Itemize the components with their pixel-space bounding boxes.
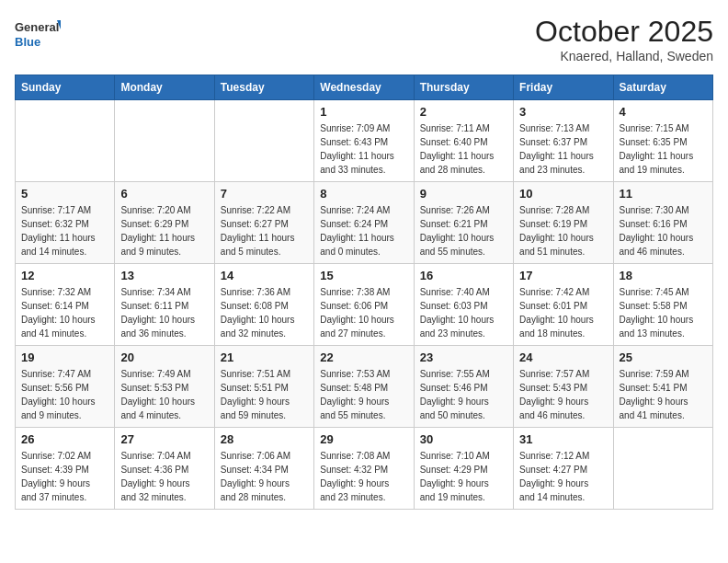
- day-cell: 30Sunrise: 7:10 AM Sunset: 4:29 PM Dayli…: [414, 428, 513, 510]
- calendar-header-row: SundayMondayTuesdayWednesdayThursdayFrid…: [16, 75, 713, 100]
- day-number: 15: [320, 269, 407, 282]
- day-number: 10: [519, 187, 607, 201]
- day-number: 31: [519, 432, 607, 446]
- day-number: 11: [620, 187, 707, 201]
- day-cell: 10Sunrise: 7:28 AM Sunset: 6:19 PM Dayli…: [514, 182, 613, 264]
- day-info: Sunrise: 7:40 AM Sunset: 6:03 PM Dayligh…: [420, 285, 507, 340]
- day-number: 14: [221, 269, 308, 282]
- day-info: Sunrise: 7:42 AM Sunset: 6:01 PM Dayligh…: [519, 285, 607, 340]
- day-cell: 8Sunrise: 7:24 AM Sunset: 6:24 PM Daylig…: [314, 182, 414, 264]
- day-cell: 3Sunrise: 7:13 AM Sunset: 6:37 PM Daylig…: [514, 100, 613, 182]
- day-number: 27: [120, 432, 208, 446]
- day-info: Sunrise: 7:24 AM Sunset: 6:24 PM Dayligh…: [320, 203, 407, 259]
- day-info: Sunrise: 7:34 AM Sunset: 6:11 PM Dayligh…: [120, 285, 208, 340]
- day-cell: 22Sunrise: 7:53 AM Sunset: 5:48 PM Dayli…: [314, 346, 414, 428]
- day-cell: 18Sunrise: 7:45 AM Sunset: 5:58 PM Dayli…: [613, 264, 712, 346]
- day-info: Sunrise: 7:36 AM Sunset: 6:08 PM Dayligh…: [221, 285, 308, 340]
- day-info: Sunrise: 7:13 AM Sunset: 6:37 PM Dayligh…: [519, 121, 607, 177]
- svg-text:Blue: Blue: [15, 35, 40, 49]
- day-info: Sunrise: 7:38 AM Sunset: 6:06 PM Dayligh…: [320, 285, 407, 340]
- day-number: 21: [221, 350, 308, 364]
- calendar-table: SundayMondayTuesdayWednesdayThursdayFrid…: [15, 75, 713, 510]
- day-cell: 5Sunrise: 7:17 AM Sunset: 6:32 PM Daylig…: [16, 182, 115, 264]
- day-number: 29: [320, 432, 407, 446]
- day-cell: 2Sunrise: 7:11 AM Sunset: 6:40 PM Daylig…: [414, 100, 513, 182]
- day-info: Sunrise: 7:45 AM Sunset: 5:58 PM Dayligh…: [620, 285, 707, 340]
- location: Knaered, Halland, Sweden: [535, 49, 713, 63]
- day-cell: [613, 428, 712, 510]
- day-cell: 12Sunrise: 7:32 AM Sunset: 6:14 PM Dayli…: [16, 264, 115, 346]
- day-cell: 1Sunrise: 7:09 AM Sunset: 6:43 PM Daylig…: [314, 100, 414, 182]
- day-info: Sunrise: 7:32 AM Sunset: 6:14 PM Dayligh…: [21, 285, 108, 340]
- week-row-3: 12Sunrise: 7:32 AM Sunset: 6:14 PM Dayli…: [16, 264, 713, 346]
- week-row-2: 5Sunrise: 7:17 AM Sunset: 6:32 PM Daylig…: [16, 182, 713, 264]
- day-cell: 26Sunrise: 7:02 AM Sunset: 4:39 PM Dayli…: [16, 428, 115, 510]
- day-info: Sunrise: 7:51 AM Sunset: 5:51 PM Dayligh…: [221, 367, 308, 422]
- day-cell: 24Sunrise: 7:57 AM Sunset: 5:43 PM Dayli…: [514, 346, 613, 428]
- day-number: 30: [420, 432, 507, 446]
- day-cell: 13Sunrise: 7:34 AM Sunset: 6:11 PM Dayli…: [115, 264, 214, 346]
- day-cell: 28Sunrise: 7:06 AM Sunset: 4:34 PM Dayli…: [214, 428, 313, 510]
- header-wednesday: Wednesday: [314, 75, 414, 100]
- day-info: Sunrise: 7:57 AM Sunset: 5:43 PM Dayligh…: [519, 367, 607, 422]
- day-info: Sunrise: 7:28 AM Sunset: 6:19 PM Dayligh…: [519, 203, 607, 259]
- header: General Blue October 2025 Knaered, Halla…: [15, 15, 713, 63]
- day-cell: [214, 100, 313, 182]
- day-info: Sunrise: 7:20 AM Sunset: 6:29 PM Dayligh…: [120, 203, 208, 259]
- day-number: 8: [320, 187, 407, 201]
- header-sunday: Sunday: [16, 75, 115, 100]
- day-number: 24: [519, 350, 607, 364]
- day-cell: 14Sunrise: 7:36 AM Sunset: 6:08 PM Dayli…: [214, 264, 313, 346]
- day-number: 20: [120, 350, 208, 364]
- logo-svg: General Blue: [15, 15, 61, 52]
- day-number: 2: [420, 105, 507, 119]
- svg-text:General: General: [15, 20, 59, 34]
- header-monday: Monday: [115, 75, 214, 100]
- day-info: Sunrise: 7:55 AM Sunset: 5:46 PM Dayligh…: [420, 367, 507, 422]
- day-info: Sunrise: 7:47 AM Sunset: 5:56 PM Dayligh…: [21, 367, 108, 422]
- day-number: 16: [420, 269, 507, 282]
- day-number: 17: [519, 269, 607, 282]
- day-number: 9: [420, 187, 507, 201]
- day-cell: 17Sunrise: 7:42 AM Sunset: 6:01 PM Dayli…: [514, 264, 613, 346]
- day-cell: 25Sunrise: 7:59 AM Sunset: 5:41 PM Dayli…: [613, 346, 712, 428]
- day-info: Sunrise: 7:59 AM Sunset: 5:41 PM Dayligh…: [620, 367, 707, 422]
- day-info: Sunrise: 7:10 AM Sunset: 4:29 PM Dayligh…: [420, 449, 507, 504]
- day-info: Sunrise: 7:08 AM Sunset: 4:32 PM Dayligh…: [320, 449, 407, 504]
- month-title: October 2025: [535, 15, 713, 49]
- day-cell: 31Sunrise: 7:12 AM Sunset: 4:27 PM Dayli…: [514, 428, 613, 510]
- day-number: 22: [320, 350, 407, 364]
- logo: General Blue: [15, 15, 61, 52]
- week-row-5: 26Sunrise: 7:02 AM Sunset: 4:39 PM Dayli…: [16, 428, 713, 510]
- day-number: 13: [120, 269, 208, 282]
- day-cell: 9Sunrise: 7:26 AM Sunset: 6:21 PM Daylig…: [414, 182, 513, 264]
- day-number: 1: [320, 105, 407, 119]
- day-info: Sunrise: 7:26 AM Sunset: 6:21 PM Dayligh…: [420, 203, 507, 259]
- day-number: 5: [21, 187, 108, 201]
- week-row-4: 19Sunrise: 7:47 AM Sunset: 5:56 PM Dayli…: [16, 346, 713, 428]
- week-row-1: 1Sunrise: 7:09 AM Sunset: 6:43 PM Daylig…: [16, 100, 713, 182]
- day-info: Sunrise: 7:11 AM Sunset: 6:40 PM Dayligh…: [420, 121, 507, 177]
- day-number: 18: [620, 269, 707, 282]
- header-tuesday: Tuesday: [214, 75, 313, 100]
- day-cell: 4Sunrise: 7:15 AM Sunset: 6:35 PM Daylig…: [613, 100, 712, 182]
- day-cell: 11Sunrise: 7:30 AM Sunset: 6:16 PM Dayli…: [613, 182, 712, 264]
- day-cell: 29Sunrise: 7:08 AM Sunset: 4:32 PM Dayli…: [314, 428, 414, 510]
- day-info: Sunrise: 7:04 AM Sunset: 4:36 PM Dayligh…: [120, 449, 208, 504]
- day-cell: 7Sunrise: 7:22 AM Sunset: 6:27 PM Daylig…: [214, 182, 313, 264]
- day-number: 23: [420, 350, 507, 364]
- day-info: Sunrise: 7:02 AM Sunset: 4:39 PM Dayligh…: [21, 449, 108, 504]
- day-cell: 15Sunrise: 7:38 AM Sunset: 6:06 PM Dayli…: [314, 264, 414, 346]
- day-cell: 27Sunrise: 7:04 AM Sunset: 4:36 PM Dayli…: [115, 428, 214, 510]
- day-number: 6: [120, 187, 208, 201]
- title-block: October 2025 Knaered, Halland, Sweden: [535, 15, 713, 63]
- day-info: Sunrise: 7:53 AM Sunset: 5:48 PM Dayligh…: [320, 367, 407, 422]
- day-number: 12: [21, 269, 108, 282]
- day-number: 25: [620, 350, 707, 364]
- day-number: 4: [620, 105, 707, 119]
- day-info: Sunrise: 7:49 AM Sunset: 5:53 PM Dayligh…: [120, 367, 208, 422]
- day-number: 19: [21, 350, 108, 364]
- day-number: 28: [221, 432, 308, 446]
- day-info: Sunrise: 7:22 AM Sunset: 6:27 PM Dayligh…: [221, 203, 308, 259]
- day-cell: 16Sunrise: 7:40 AM Sunset: 6:03 PM Dayli…: [414, 264, 513, 346]
